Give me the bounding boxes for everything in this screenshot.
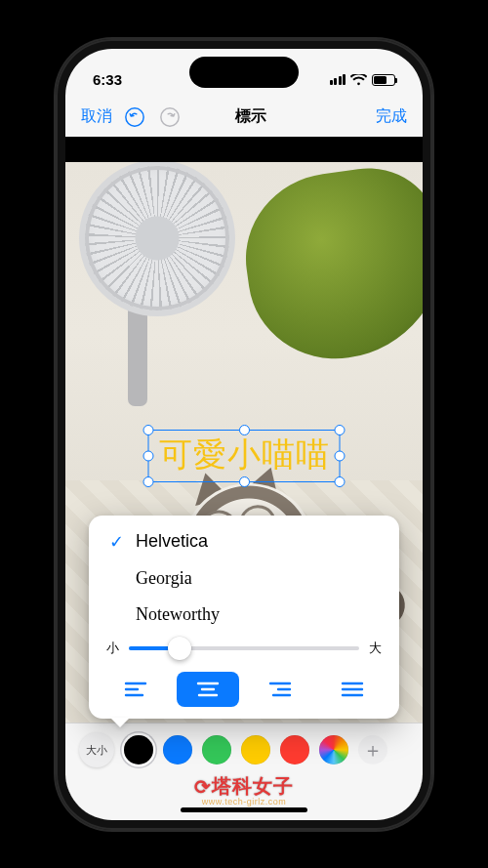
font-option-noteworthy[interactable]: Noteworthy — [89, 597, 399, 633]
color-swatch-blue[interactable] — [163, 735, 192, 765]
alignment-row — [89, 666, 399, 711]
resize-handle-ml[interactable] — [143, 450, 154, 461]
text-style-button-label: 大小 — [86, 743, 107, 758]
markup-color-bar: 大小 ＋ — [65, 723, 423, 777]
screen: 6:33 取消 標示 完成 — [65, 49, 423, 820]
resize-handle-mr[interactable] — [335, 450, 346, 461]
font-name: Georgia — [136, 568, 192, 589]
align-justify-button[interactable] — [321, 672, 384, 707]
size-min-label: 小 — [106, 640, 119, 657]
resize-handle-bl[interactable] — [143, 476, 154, 487]
photo-pillow — [235, 162, 423, 370]
color-swatch-red[interactable] — [280, 735, 309, 765]
font-name: Noteworthy — [136, 604, 220, 625]
text-annotation-selection[interactable]: 可愛小喵喵 — [148, 430, 341, 482]
resize-handle-tr[interactable] — [335, 425, 346, 435]
size-max-label: 大 — [369, 640, 382, 657]
resize-handle-bm[interactable] — [239, 476, 250, 487]
align-center-icon — [195, 680, 221, 699]
page-title: 標示 — [183, 106, 319, 127]
status-indicators — [330, 74, 396, 86]
redo-button — [157, 104, 183, 130]
home-indicator-area — [65, 777, 423, 820]
align-left-button[interactable] — [104, 672, 167, 707]
color-swatch-black[interactable] — [124, 735, 153, 765]
battery-icon — [372, 74, 395, 86]
align-right-button[interactable] — [249, 672, 311, 707]
resize-handle-tl[interactable] — [143, 425, 154, 435]
font-option-georgia[interactable]: Georgia — [89, 560, 399, 597]
phone-frame: 6:33 取消 標示 完成 — [56, 39, 432, 830]
font-size-slider[interactable] — [129, 637, 359, 660]
resize-handle-tm[interactable] — [239, 425, 250, 435]
svg-point-0 — [126, 107, 143, 125]
home-indicator[interactable] — [181, 807, 307, 812]
align-left-icon — [123, 680, 148, 699]
add-annotation-button[interactable]: ＋ — [358, 735, 387, 765]
text-annotation-content[interactable]: 可愛小喵喵 — [159, 435, 330, 473]
status-time: 6:33 — [93, 71, 122, 88]
resize-handle-br[interactable] — [335, 476, 346, 487]
done-button[interactable]: 完成 — [376, 106, 407, 127]
color-swatch-yellow[interactable] — [241, 735, 270, 765]
slider-thumb[interactable] — [168, 637, 191, 660]
align-justify-icon — [340, 680, 365, 699]
align-right-icon — [267, 680, 293, 699]
font-name: Helvetica — [136, 531, 208, 552]
color-swatch-green[interactable] — [202, 735, 231, 765]
svg-point-1 — [161, 107, 179, 125]
cancel-button[interactable]: 取消 — [81, 106, 112, 127]
undo-button[interactable] — [122, 104, 147, 130]
text-style-button[interactable]: 大小 — [79, 732, 114, 767]
text-style-popover: ✓ Helvetica Georgia Noteworthy 小 大 — [89, 516, 399, 719]
align-center-button[interactable] — [177, 672, 239, 707]
color-picker-button[interactable] — [319, 735, 348, 765]
letterbox — [65, 137, 423, 162]
dynamic-island — [189, 57, 299, 88]
cellular-signal-icon — [330, 74, 346, 85]
markup-nav-bar: 取消 標示 完成 — [65, 98, 423, 137]
font-size-row: 小 大 — [89, 633, 399, 666]
font-option-helvetica[interactable]: ✓ Helvetica — [89, 523, 399, 560]
photo-fan-head — [79, 162, 235, 316]
checkmark-icon: ✓ — [106, 531, 126, 553]
wifi-icon — [350, 74, 367, 86]
